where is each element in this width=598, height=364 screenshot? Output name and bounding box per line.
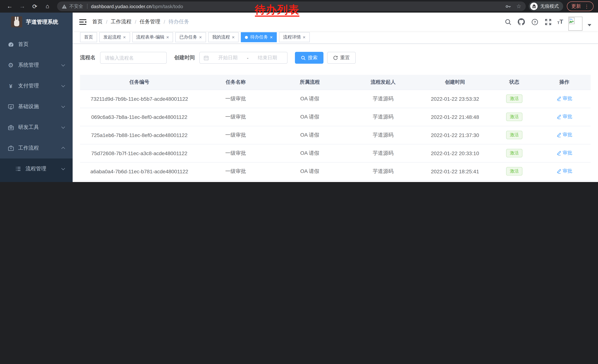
github-icon[interactable] xyxy=(517,18,525,26)
screen: ← → ⟳ ⌂ 不安全 dashboard.yudao.iocoder.cn /… xyxy=(0,0,598,182)
navbar-actions: ? TT xyxy=(504,13,598,31)
tag-done-tasks[interactable]: 已办任务× xyxy=(175,32,206,42)
status-badge: 激活 xyxy=(506,131,523,139)
reset-button[interactable]: 重置 xyxy=(327,52,356,64)
sidebar-item-workflow[interactable]: 工作流程 xyxy=(0,138,73,159)
cell-create-time: 2022-01-22 21:37:30 xyxy=(419,126,490,144)
cell-process: OA 请假 xyxy=(273,162,347,180)
logo-image xyxy=(11,16,22,27)
close-icon[interactable]: × xyxy=(270,35,273,40)
security-label[interactable]: 不安全 xyxy=(69,3,83,9)
tag-my-process[interactable]: 我的流程× xyxy=(208,32,239,42)
date-range-picker[interactable]: 开始日期 - 结束日期 xyxy=(199,52,288,64)
chevron-down-icon xyxy=(61,83,65,87)
bookmark-star-icon[interactable]: ☆ xyxy=(516,3,521,10)
cell-task-id: 725a1eb6-7b88-11ec-8ef0-acde48001122 xyxy=(80,126,199,144)
main-area: 首页 / 工作流程 / 任务管理 / 待办任务 ? xyxy=(73,13,598,182)
status-badge: 激活 xyxy=(506,113,523,121)
sidebar-logo[interactable]: 芋道管理系统 xyxy=(0,13,73,31)
red-annotation-text: 待办列表 xyxy=(255,4,299,17)
toolbox-icon xyxy=(8,124,14,131)
gear-icon: ⚙ xyxy=(8,62,14,68)
approve-link[interactable]: 审批 xyxy=(556,113,572,120)
close-icon[interactable]: × xyxy=(123,35,126,40)
chevron-up-icon xyxy=(61,147,65,151)
breadcrumb-current: 待办任务 xyxy=(168,18,189,25)
tag-process-form-edit[interactable]: 流程表单-编辑× xyxy=(132,32,173,42)
tag-start-process[interactable]: 发起流程× xyxy=(99,32,130,42)
todo-task-table: 任务编号 任务名称 所属流程 流程发起人 创建时间 状态 操作 73211d9d… xyxy=(80,75,590,182)
end-date-placeholder: 结束日期 xyxy=(251,54,283,61)
approve-link[interactable]: 审批 xyxy=(556,168,572,175)
cell-task-id: 73211d9d-7b9b-11ec-b5b7-acde48001122 xyxy=(80,90,199,108)
sidebar-item-payment[interactable]: ¥ 支付管理 xyxy=(0,75,73,96)
process-name-input[interactable] xyxy=(100,52,167,64)
col-process: 所属流程 xyxy=(273,75,347,90)
active-tab-dot xyxy=(245,36,248,39)
col-starter: 流程发起人 xyxy=(347,75,419,90)
breadcrumb-workflow[interactable]: 工作流程 xyxy=(111,18,132,25)
close-icon[interactable]: × xyxy=(166,35,169,40)
sidebar-item-infrastructure[interactable]: 基础设施 xyxy=(0,96,73,117)
avatar-caret-icon[interactable] xyxy=(588,24,591,26)
table-row: 75d72608-7b7f-11ec-a3c8-acde48001122 一级审… xyxy=(80,144,590,162)
password-key-icon[interactable] xyxy=(505,3,511,9)
monitor-icon xyxy=(8,103,14,110)
incognito-label: 无痕模式 xyxy=(540,3,559,9)
browser-reload-button[interactable]: ⟳ xyxy=(31,3,39,10)
cell-starter: 芋道源码 xyxy=(347,180,419,182)
cell-task-name: 一级审批 xyxy=(199,162,273,180)
svg-text:?: ? xyxy=(533,20,536,24)
table-row: 73211d9d-7b9b-11ec-b5b7-acde48001122 一级审… xyxy=(80,90,590,108)
status-badge: 激活 xyxy=(506,167,523,176)
breadcrumb-task-mgmt[interactable]: 任务管理 xyxy=(140,18,160,25)
browser-forward-button[interactable]: → xyxy=(18,3,26,10)
sidebar-item-label: 工作流程 xyxy=(18,145,39,152)
sidebar-item-label: 系统管理 xyxy=(18,62,39,68)
col-actions: 操作 xyxy=(538,75,590,90)
sidebar-item-system[interactable]: ⚙ 系统管理 xyxy=(0,55,73,75)
browser-home-button[interactable]: ⌂ xyxy=(44,3,51,10)
tag-home[interactable]: 首页 xyxy=(80,32,97,42)
list-icon xyxy=(15,166,22,172)
not-secure-icon xyxy=(61,4,67,9)
cell-task-id: 8f0d1619-7ac8-11ec-a9e2-a2380e71991a xyxy=(80,180,199,182)
browser-nav-buttons: ← → ⟳ ⌂ xyxy=(3,3,54,10)
sidebar-item-home[interactable]: 首页 xyxy=(0,34,73,55)
sidebar-collapse-icon[interactable] xyxy=(73,19,92,25)
status-badge: 激活 xyxy=(506,149,523,157)
font-size-icon[interactable]: TT xyxy=(557,19,563,25)
close-icon[interactable]: × xyxy=(303,35,306,40)
sidebar-item-devtools[interactable]: 研发工具 xyxy=(0,117,73,138)
help-icon[interactable]: ? xyxy=(531,18,539,26)
top-navbar: 首页 / 工作流程 / 任务管理 / 待办任务 ? xyxy=(73,13,598,31)
approve-link[interactable]: 审批 xyxy=(556,150,572,156)
fullscreen-icon[interactable] xyxy=(544,18,552,26)
sidebar-item-task-mgmt[interactable]: 任务管理 xyxy=(0,179,73,182)
cell-starter: 芋道源码 xyxy=(347,162,419,180)
sidebar: 芋道管理系统 首页 ⚙ 系统管理 ¥ 支付管理 xyxy=(0,13,73,182)
update-label: 更新 xyxy=(571,3,581,10)
cell-starter: 芋道源码 xyxy=(347,144,419,162)
browser-update-button[interactable]: 更新 ⋮ xyxy=(567,1,594,11)
cell-task-name: 1.2 xyxy=(199,180,273,182)
sidebar-item-process-mgmt[interactable]: 流程管理 xyxy=(0,159,73,179)
close-icon[interactable]: × xyxy=(199,35,202,40)
app-title: 芋道管理系统 xyxy=(26,18,58,25)
search-icon[interactable] xyxy=(504,18,512,26)
cell-process: OA 请假 xyxy=(273,144,347,162)
browser-back-button[interactable]: ← xyxy=(6,3,13,10)
url-path: /bpm/task/todo xyxy=(151,4,183,9)
browser-menu-icon[interactable]: ⋮ xyxy=(584,4,589,9)
table-row: 725a1eb6-7b88-11ec-8ef0-acde48001122 一级审… xyxy=(80,126,590,144)
tag-process-detail[interactable]: 流程详情× xyxy=(279,32,310,42)
search-button[interactable]: 搜索 xyxy=(295,52,324,64)
breadcrumb-separator: / xyxy=(106,19,108,25)
tag-todo-tasks[interactable]: 待办任务× xyxy=(241,32,277,42)
breadcrumb-home[interactable]: 首页 xyxy=(92,18,103,25)
close-icon[interactable]: × xyxy=(232,35,235,40)
app-window: 芋道管理系统 首页 ⚙ 系统管理 ¥ 支付管理 xyxy=(0,13,598,182)
avatar[interactable] xyxy=(568,17,582,31)
approve-link[interactable]: 审批 xyxy=(556,132,572,138)
approve-link[interactable]: 审批 xyxy=(556,95,572,102)
